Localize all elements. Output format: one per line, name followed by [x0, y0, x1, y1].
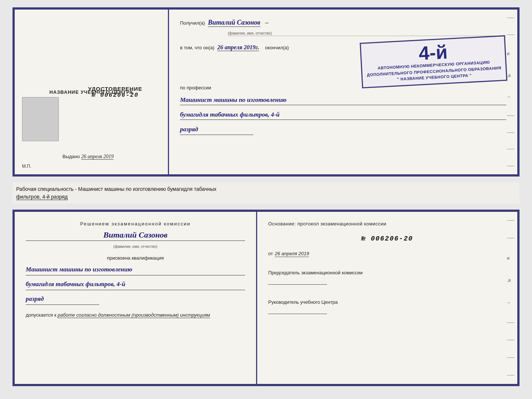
- bottom-cert-left: Решением экзаменационной комиссии Витали…: [15, 212, 257, 384]
- profession-line2: бумагидля табачных фильтров, 4-й: [180, 110, 506, 120]
- b-edge-letter-a: ,а: [507, 278, 514, 283]
- bottom-recipient-name: Виталий Сазонов: [26, 230, 245, 241]
- dopuskaetsya-block: допускается к работе согласно должностны…: [26, 312, 245, 318]
- udostoverenie-block: УДОСТОВЕРЕНИЕ № 006206-20: [15, 86, 168, 99]
- b-edge-letter-i: и: [507, 256, 514, 261]
- edge-dash-5: [507, 149, 514, 149]
- ot-label: от: [268, 251, 273, 256]
- edge-letter-i: и: [507, 51, 514, 56]
- b-edge-arrow: ←: [507, 300, 514, 305]
- prisvoena-label: присвоена квалификация: [26, 255, 245, 261]
- udostoverenie-label: УДОСТОВЕРЕНИЕ: [62, 86, 168, 92]
- profession-line3: разряд: [180, 124, 254, 135]
- bottom-profession-line1: Машинист машины по изготовлению: [26, 264, 245, 275]
- b-edge-dash-6: [507, 375, 514, 375]
- top-certificate: НАЗВАНИЕ УЧЕБНОГО ЦЕНТРА УДОСТОВЕРЕНИЕ №…: [12, 7, 520, 177]
- vudano-label: Выдано: [62, 154, 80, 159]
- photo-placeholder: [22, 97, 59, 141]
- edge-dash-1: [507, 18, 514, 18]
- rukovoditel-label: Руководитель учебного Центра: [268, 299, 506, 305]
- edge-dash-6: [507, 166, 514, 166]
- ot-block: от 26 апреля 2019: [268, 251, 506, 257]
- ot-date: 26 апреля 2019: [275, 251, 309, 257]
- osnovanie-label: Основание: протокол экзаменационной коми…: [268, 221, 506, 227]
- b-edge-dash-3: [507, 323, 514, 323]
- bottom-certificate: Решением экзаменационной комиссии Витали…: [12, 210, 520, 386]
- bottom-profession-line2: бумагидля табачных фильтров, 4-й: [26, 279, 245, 290]
- profession-line1: Машинист машины по изготовлению: [180, 95, 506, 105]
- poluchil-label: Получил(a): [180, 20, 205, 26]
- predsedatel-label: Председатель экзаменационной комиссии: [268, 270, 506, 275]
- certificate-number: № 006206-20: [62, 92, 168, 99]
- vudano-block: Выдано 26 апреля 2019: [62, 154, 114, 160]
- b-edge-dash-4: [507, 340, 514, 340]
- edge-dash-4: [507, 132, 514, 133]
- top-cert-right: Получил(a) Виталий Сазонов – (фамилия, и…: [169, 10, 517, 174]
- edge-dash-2: [507, 35, 514, 35]
- predsedatel-block: Председатель экзаменационной комиссии: [268, 270, 506, 285]
- okonchil-label: окончил(а): [265, 45, 289, 50]
- bottom-cert-number: № 006206-20: [268, 235, 506, 242]
- vtom-label: в том, что он(а): [180, 45, 214, 50]
- right-edge-decoration: и ,а ←: [507, 10, 514, 174]
- edge-dash-3: [507, 115, 514, 116]
- mp-label: М.П.: [22, 164, 31, 169]
- bottom-left-title: Решением экзаменационной комиссии: [26, 221, 245, 227]
- vudano-date: 26 апреля 2019: [81, 154, 114, 160]
- poluchil-line: Получил(a) Виталий Сазонов –: [180, 19, 506, 27]
- vtom-date: 26 апреля 2019г.: [217, 44, 259, 51]
- middle-text-block: Рабочая специальность - Машинист машины …: [12, 182, 520, 204]
- edge-arrow: ←: [507, 94, 514, 99]
- middle-text-content: Рабочая специальность - Машинист машины …: [16, 185, 516, 201]
- bottom-profession-line3: разряд: [26, 294, 99, 305]
- dopuskaetsya-label: допускается к: [26, 312, 56, 318]
- recipient-name: Виталий Сазонов: [208, 19, 260, 27]
- bottom-cert-right: Основание: протокол экзаменационной коми…: [257, 212, 517, 384]
- bottom-name-sublabel: (фамилия, имя, отчество): [26, 245, 245, 249]
- dopuskaetsya-value: работе согласно должностным (производств…: [58, 312, 210, 318]
- rukovoditel-block: Руководитель учебного Центра: [268, 299, 506, 314]
- bottom-right-edge: и ,а ←: [507, 212, 514, 384]
- dash-separator: –: [265, 19, 269, 26]
- po-professii-label: по профессии: [180, 85, 506, 90]
- b-edge-dash-1: [507, 220, 514, 221]
- b-edge-dash-2: [507, 238, 514, 238]
- top-cert-left: НАЗВАНИЕ УЧЕБНОГО ЦЕНТРА УДОСТОВЕРЕНИЕ №…: [15, 10, 169, 174]
- middle-text-normal: Рабочая специальность - Машинист машины …: [16, 186, 216, 192]
- middle-text-underline: фильтров, 4-й разряд: [16, 194, 68, 200]
- edge-letter-a: ,а: [507, 73, 514, 78]
- predsedatel-signature-line: [268, 277, 327, 285]
- b-edge-dash-5: [507, 357, 514, 358]
- stamp-block: 4-й АВТОНОМНУЮ НЕКОММЕРЧЕСКУЮ ОРГАНИЗАЦИ…: [360, 35, 507, 88]
- rukovoditel-signature-line: [268, 307, 327, 314]
- recipient-sublabel: (фамилия, имя, отчество): [228, 31, 506, 36]
